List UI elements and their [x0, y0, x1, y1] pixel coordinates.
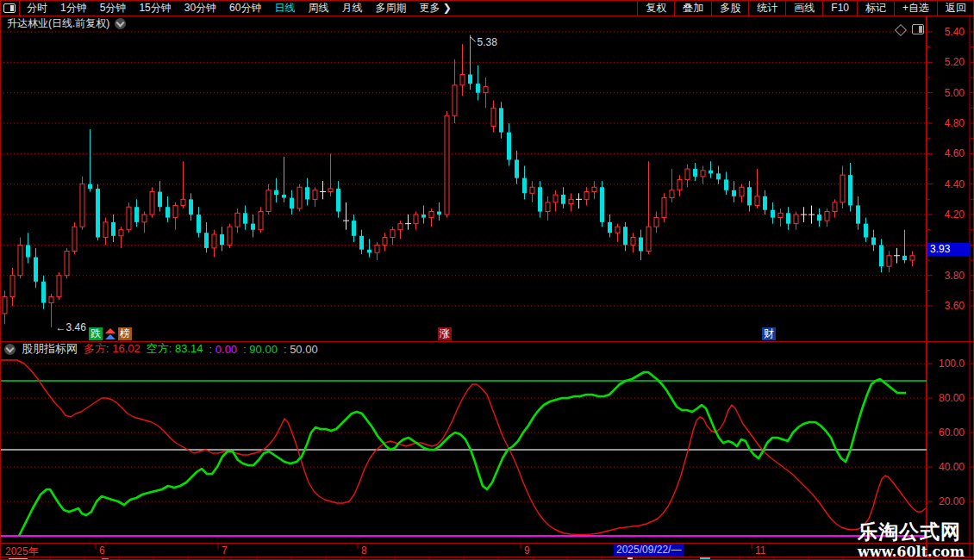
svg-text:5.00: 5.00 [945, 87, 965, 99]
ranking-logo-icon[interactable] [105, 328, 116, 339]
toolbar-action-4[interactable]: 统计 [748, 0, 785, 16]
overlay-badge-涨[interactable]: 涨 [438, 327, 452, 340]
svg-text:4.40: 4.40 [945, 178, 965, 190]
svg-text:60.00: 60.00 [939, 426, 965, 439]
overlay-badge-财[interactable]: 财 [762, 327, 776, 340]
toolbar-action-6[interactable]: F10 [822, 0, 857, 16]
period-tab-7[interactable]: 日线 [274, 1, 295, 16]
svg-text:4.60: 4.60 [945, 147, 965, 159]
chevron-down-icon[interactable] [115, 18, 126, 29]
indicator-value-90.00: : 90.00 [243, 343, 278, 356]
window-panes-icon [3, 3, 16, 13]
svg-text:80.00: 80.00 [939, 392, 965, 404]
svg-text:3.80: 3.80 [945, 270, 965, 282]
chart-canvas: 5.405.205.004.804.604.404.203.803.605.38… [0, 0, 974, 560]
period-tab-2[interactable]: 1分钟 [60, 1, 87, 16]
svg-text:5.20: 5.20 [945, 56, 965, 68]
title-bar: 升达林业(日线.前复权) [7, 17, 126, 30]
indicator-chevron-icon[interactable] [4, 344, 16, 355]
indicator-value-多方: 多方: 16.02 [84, 341, 140, 357]
svg-text:5.40: 5.40 [945, 26, 965, 38]
period-tab-3[interactable]: 5分钟 [100, 1, 127, 16]
period-tab-9[interactable]: 月线 [341, 1, 362, 16]
toolbar-action-3[interactable]: 多股 [711, 0, 748, 16]
x-axis-label: 6 [99, 544, 105, 557]
last-price-tag: 3.93 [927, 243, 971, 256]
toolbar-action-7[interactable]: 标记 [857, 0, 894, 16]
period-tabs: 分时1分钟5分钟15分钟30分钟60分钟日线周线月线多周期更多 ❯ [20, 1, 637, 16]
watermark-site-name: 乐淘公式网 [858, 519, 961, 545]
x-axis-label: 11 [755, 544, 765, 557]
app-window: 5.405.205.004.804.604.404.203.803.605.38… [0, 0, 974, 560]
toolbar-action-2[interactable]: 叠加 [674, 0, 711, 16]
split-pane-icon[interactable] [912, 24, 924, 34]
svg-text:20.00: 20.00 [939, 495, 965, 507]
svg-text:5.38: 5.38 [478, 36, 498, 48]
x-axis-label: 8 [361, 544, 367, 557]
period-tab-6[interactable]: 60分钟 [229, 1, 261, 16]
period-tab-11[interactable]: 更多 ❯ [419, 1, 451, 16]
svg-text:4.80: 4.80 [945, 117, 965, 129]
toolbar-action-8[interactable]: +自选 [894, 0, 937, 16]
period-tab-8[interactable]: 周线 [308, 1, 328, 16]
indicator-value-50.00: : 50.00 [284, 343, 318, 356]
svg-text:4.20: 4.20 [945, 208, 965, 221]
x-axis-label: 7 [222, 544, 228, 557]
page-title[interactable]: 升达林业(日线.前复权) [7, 16, 109, 31]
indicator-name[interactable]: 股朋指标网 [22, 341, 78, 357]
indicator-value-0.00: : 0.00 [209, 343, 238, 356]
svg-text:40.00: 40.00 [939, 461, 965, 473]
indicator-header: 股朋指标网 多方: 16.02空方: 83.14: 0.00: 90.00: 5… [4, 343, 318, 355]
overlay-badge-跌[interactable]: 跌 [89, 327, 103, 340]
period-tab-1[interactable]: 分时 [27, 1, 47, 16]
layout-icon-cell[interactable] [0, 0, 20, 16]
toolbar-action-1[interactable]: 复权 [637, 0, 674, 16]
x-axis-date-highlight: 2025/09/22/— [614, 544, 684, 557]
svg-text:100.0: 100.0 [939, 358, 965, 370]
period-tab-5[interactable]: 30分钟 [184, 1, 216, 16]
indicator-value-空方: 空方: 83.14 [147, 341, 203, 357]
toolbar-action-5[interactable]: 画线 [785, 0, 822, 16]
watermark: 乐淘公式网 www.60lt.com [858, 519, 961, 560]
x-axis-label: 2025年 [5, 544, 39, 559]
watermark-url: www.60lt.com [858, 544, 961, 560]
svg-text:←3.46: ←3.46 [56, 321, 87, 333]
toolbar-action-9[interactable]: 返回 [937, 0, 974, 16]
period-tab-10[interactable]: 多周期 [375, 1, 406, 16]
x-axis-label: 9 [524, 544, 530, 557]
top-toolbar: 分时1分钟5分钟15分钟30分钟60分钟日线周线月线多周期更多 ❯ 复权叠加多股… [0, 0, 974, 16]
toolbar-actions: 复权叠加多股统计画线F10标记+自选返回 [637, 0, 974, 16]
svg-text:3.60: 3.60 [945, 300, 965, 312]
overlay-badge-榜[interactable]: 榜 [118, 327, 132, 340]
period-tab-4[interactable]: 15分钟 [139, 1, 171, 16]
